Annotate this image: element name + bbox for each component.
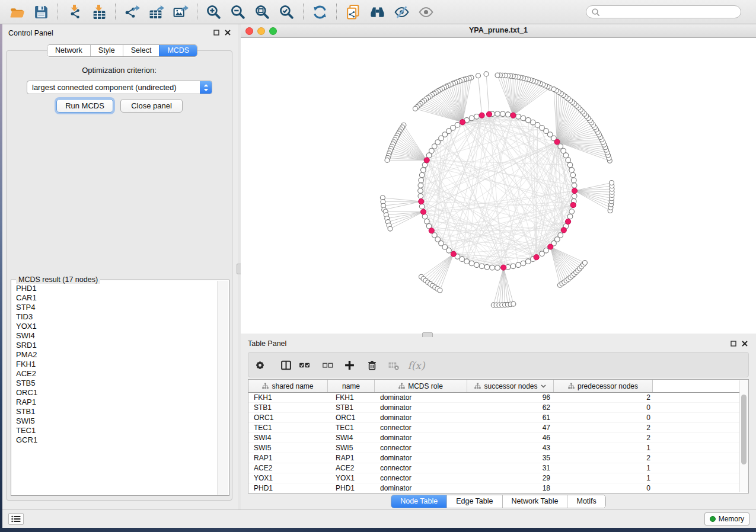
tab-edge-table[interactable]: Edge Table [446,495,502,508]
window-zoom-button[interactable] [269,27,277,35]
column-header-label: successor nodes [484,382,537,390]
import-table-button[interactable] [87,1,111,23]
mcds-result-item[interactable]: CAR1 [12,293,218,303]
window-minimize-button[interactable] [257,27,265,35]
control-panel-title: Control Panel [8,29,53,37]
optimization-criterion-label: Optimization criterion: [6,66,232,75]
mcds-result-item[interactable]: ACE2 [12,369,218,379]
export-network-button[interactable] [120,1,144,23]
search-box[interactable] [586,5,741,18]
network-canvas[interactable] [241,38,756,334]
table-cell: ACE2 [248,463,328,473]
export-image-button[interactable] [168,1,193,23]
deselect-all-button[interactable] [320,352,335,378]
table-row[interactable]: YOX1YOX1connector291 [248,473,748,483]
tab-network-table[interactable]: Network Table [502,495,567,508]
tab-network[interactable]: Network [47,45,90,56]
mcds-result-item[interactable]: FKH1 [12,360,218,369]
mcds-result-item[interactable]: SWI4 [12,331,218,341]
zoom-selected-button[interactable] [275,1,299,23]
table-row[interactable]: SWI4SWI4dominator462 [248,433,748,443]
mcds-result-item[interactable]: STB1 [12,407,218,416]
mcds-result-item[interactable]: TID3 [12,312,218,322]
column-header-filler [653,380,748,392]
tab-select[interactable]: Select [123,45,160,56]
tab-mcds[interactable]: MCDS [159,45,197,56]
table-row[interactable]: STB1STB1dominator620 [248,403,748,413]
select-all-button[interactable] [296,352,312,378]
table-row[interactable]: PHD1PHD1dominator180 [248,483,748,493]
hierarchy-icon [474,383,481,389]
table-cell: 1 [554,463,653,473]
table-row[interactable]: SWI5SWI5connector431 [248,443,748,453]
mcds-result-item[interactable]: YOX1 [12,322,218,331]
table-cell: PHD1 [328,483,375,493]
table-scrollbar-thumb[interactable] [741,395,747,464]
export-table-button[interactable] [144,1,168,23]
mcds-result-item[interactable]: PMA2 [12,350,218,360]
column-header-name[interactable]: name [328,380,375,392]
close-panel-icon[interactable] [225,30,231,36]
run-mcds-button[interactable]: Run MCDS [56,99,113,113]
zoom-in-button[interactable] [202,1,226,23]
table-cell: 0 [554,413,653,422]
column-header-MCDS-role[interactable]: MCDS role [375,380,467,392]
optimization-criterion-select[interactable]: largest connected component (undirected) [27,81,212,94]
memory-label: Memory [719,515,744,523]
list-menu-icon [11,515,21,523]
mcds-result-item[interactable]: SRD1 [12,341,218,350]
zoom-out-button[interactable] [226,1,250,23]
network-graph[interactable] [241,38,756,334]
mcds-result-item[interactable]: SWI5 [12,416,218,426]
add-column-button[interactable] [344,352,355,378]
apply-layout-button[interactable] [308,1,332,23]
import-network-button[interactable] [62,1,87,23]
mcds-result-item[interactable]: RAP1 [12,398,218,407]
network-window-titlebar[interactable]: YPA_prune.txt_1 [241,24,756,38]
mcds-result-item[interactable]: STP4 [12,303,218,312]
mcds-result-item[interactable]: PHD1 [12,284,218,293]
table-row[interactable]: FKH1FKH1dominator962 [248,393,748,403]
column-header-predecessor-nodes[interactable]: predecessor nodes [554,380,653,392]
new-network-from-selection-button[interactable] [341,1,365,23]
table-cell: 61 [467,413,554,422]
open-session-button[interactable] [5,1,29,23]
tab-style[interactable]: Style [90,45,123,56]
close-panel-icon[interactable] [742,341,748,347]
zoom-fit-button[interactable] [250,1,275,23]
column-header-shared-name[interactable]: shared name [248,380,328,392]
status-menu-button[interactable] [8,513,24,525]
mcds-result-item[interactable]: TEC1 [12,426,218,435]
settings-gear-button[interactable] [254,352,266,378]
table-row[interactable]: ORC1ORC1dominator610 [248,413,748,423]
hide-selected-button[interactable] [390,1,414,23]
float-panel-icon[interactable] [731,341,736,347]
column-header-successor-nodes[interactable]: successor nodes [467,380,554,392]
mcds-result-item[interactable]: ORC1 [12,388,218,398]
find-button[interactable] [365,1,390,23]
delete-column-button[interactable] [366,352,377,378]
float-panel-icon[interactable] [213,30,219,36]
table-scrollbar[interactable] [739,380,748,492]
search-input[interactable] [603,7,736,17]
tab-node-table[interactable]: Node Table [391,495,446,508]
table-row[interactable]: ACE2ACE2connector311 [248,463,748,473]
mcds-list-scrollbar[interactable] [217,281,228,495]
table-row[interactable]: RAP1RAP1dominator352 [248,453,748,463]
tab-motifs[interactable]: Motifs [567,495,605,508]
table-cell: 62 [467,403,554,412]
close-panel-button[interactable]: Close panel [120,99,183,113]
memory-button[interactable]: Memory [704,512,749,525]
show-all-button [414,1,438,23]
table-cell: dominator [375,483,467,493]
save-session-button[interactable] [29,1,53,23]
save-session-icon [33,4,49,20]
mcds-result-item[interactable]: STB5 [12,379,218,388]
window-close-button[interactable] [245,27,253,35]
table-toolbar: f(x) [248,352,749,377]
table-row[interactable]: TEC1TEC1connector472 [248,423,748,433]
split-panel-button[interactable] [280,352,292,378]
table-cell: 96 [467,393,554,402]
mcds-result-list: PHD1CAR1STP4TID3YOX1SWI4SRD1PMA2FKH1ACE2… [12,284,218,495]
mcds-result-item[interactable]: GCR1 [12,435,218,445]
